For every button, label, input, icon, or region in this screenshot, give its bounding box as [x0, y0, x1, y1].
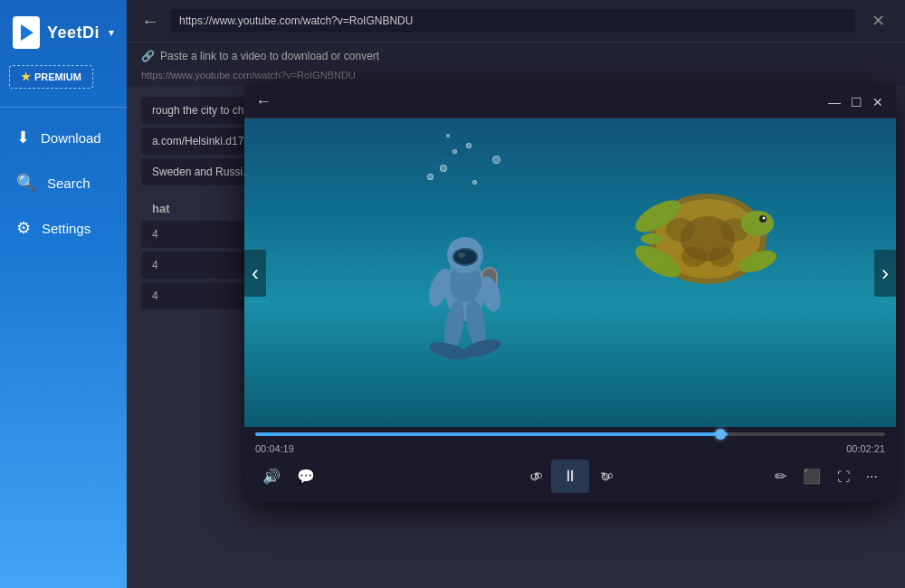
- url-hint-text: Paste a link to a video to download or c…: [160, 50, 379, 62]
- fullscreen-icon: ⛶: [837, 469, 850, 484]
- app-window: YeetDi ▾ ★ PREMIUM ⬇ Download 🔍 Search ⚙…: [0, 0, 905, 588]
- prev-button[interactable]: ‹: [244, 250, 266, 297]
- bubbles: [244, 119, 896, 427]
- subtitle-icon: 💬: [297, 468, 315, 485]
- link-icon: 🔗: [141, 50, 155, 62]
- logo-icon: [13, 16, 40, 49]
- sidebar-item-settings-label: Settings: [42, 221, 90, 236]
- skip-back-icon: ↺10: [529, 469, 540, 484]
- play-pause-button[interactable]: ⏸: [551, 460, 589, 493]
- sidebar-item-search-label: Search: [47, 175, 90, 191]
- sidebar-divider: [0, 107, 127, 108]
- skip-forward-label: 30: [604, 471, 613, 480]
- sidebar-item-search[interactable]: 🔍 Search: [0, 160, 127, 205]
- controls-row: 🔊 💬 ↺10 ⏸: [255, 460, 885, 493]
- close-player-button[interactable]: ✕: [871, 95, 885, 109]
- time-row: 00:04:19 00:02:21: [255, 443, 885, 454]
- player-back-button[interactable]: ←: [255, 92, 272, 111]
- video-player-overlay: ← — ☐ ✕: [244, 86, 896, 502]
- next-button[interactable]: ›: [874, 250, 896, 297]
- turtle-image: [617, 180, 798, 310]
- logo-area[interactable]: YeetDi ▾: [0, 0, 127, 65]
- svg-point-19: [458, 252, 465, 258]
- screen-icon: ⬛: [803, 468, 821, 485]
- minimize-button[interactable]: —: [827, 95, 842, 109]
- settings-icon: ⚙: [16, 218, 31, 238]
- play-pause-icon: ⏸: [562, 467, 578, 486]
- screen-button[interactable]: ⬛: [795, 462, 828, 490]
- svg-point-6: [709, 247, 734, 267]
- close-top-button[interactable]: ✕: [866, 9, 891, 33]
- svg-point-9: [763, 217, 766, 220]
- back-button[interactable]: ←: [141, 12, 159, 30]
- volume-button[interactable]: 🔊: [255, 462, 288, 490]
- svg-point-5: [681, 247, 707, 267]
- draw-icon: ✏: [775, 468, 786, 485]
- svg-point-13: [641, 233, 662, 244]
- maximize-button[interactable]: ☐: [849, 95, 863, 109]
- fullscreen-button[interactable]: ⛶: [830, 462, 857, 490]
- progress-bar[interactable]: [255, 432, 885, 436]
- player-controls: 00:04:19 00:02:21 🔊 💬: [244, 427, 896, 502]
- top-bar: ← ✕: [127, 0, 905, 43]
- sidebar-item-download[interactable]: ⬇ Download: [0, 115, 127, 160]
- right-controls: ✏ ⬛ ⛶ ···: [767, 462, 885, 490]
- url-display: https://www.youtube.com/watch?v=RoIGNBND…: [127, 70, 905, 86]
- volume-icon: 🔊: [262, 468, 281, 485]
- sidebar-item-settings[interactable]: ⚙ Settings: [0, 205, 127, 251]
- sidebar: YeetDi ▾ ★ PREMIUM ⬇ Download 🔍 Search ⚙…: [0, 0, 127, 588]
- time-remaining: 00:02:21: [846, 443, 885, 454]
- underwater-scene: [244, 119, 896, 427]
- download-icon: ⬇: [16, 128, 30, 147]
- premium-badge[interactable]: ★ PREMIUM: [9, 65, 93, 89]
- more-button[interactable]: ···: [859, 462, 885, 490]
- player-titlebar: ← — ☐ ✕: [244, 86, 896, 119]
- svg-point-7: [741, 211, 774, 236]
- sidebar-item-download-label: Download: [41, 130, 101, 146]
- skip-forward-button[interactable]: ↻30: [593, 464, 618, 489]
- play-triangle: [21, 24, 33, 41]
- url-value-text: https://www.youtube.com/watch?v=RoIGNBND…: [141, 70, 356, 81]
- svg-point-18: [454, 250, 476, 264]
- draw-button[interactable]: ✏: [767, 462, 794, 490]
- subtitle-button[interactable]: 💬: [290, 462, 322, 490]
- more-icon: ···: [866, 469, 878, 485]
- progress-thumb: [715, 429, 726, 440]
- logo-text: YeetDi: [47, 24, 100, 43]
- logo-chevron-icon: ▾: [109, 26, 114, 39]
- time-current: 00:04:19: [255, 443, 294, 454]
- progress-fill: [255, 432, 728, 436]
- search-icon: 🔍: [16, 173, 36, 193]
- main-content: ← ✕ 🔗 Paste a link to a video to downloa…: [127, 0, 905, 588]
- left-controls: 🔊 💬: [255, 462, 322, 490]
- diver-image: [375, 217, 556, 365]
- video-frame: ‹ ›: [244, 119, 896, 427]
- url-input[interactable]: [170, 9, 855, 33]
- star-icon: ★: [21, 71, 31, 83]
- window-controls: — ☐ ✕: [827, 95, 885, 109]
- url-hint-bar: 🔗 Paste a link to a video to download or…: [127, 43, 905, 70]
- skip-forward-icon: ↻30: [600, 469, 611, 484]
- svg-point-3: [666, 218, 695, 242]
- premium-label: PREMIUM: [34, 71, 81, 82]
- skip-back-button[interactable]: ↺10: [522, 464, 548, 489]
- skip-back-label: 10: [533, 471, 542, 480]
